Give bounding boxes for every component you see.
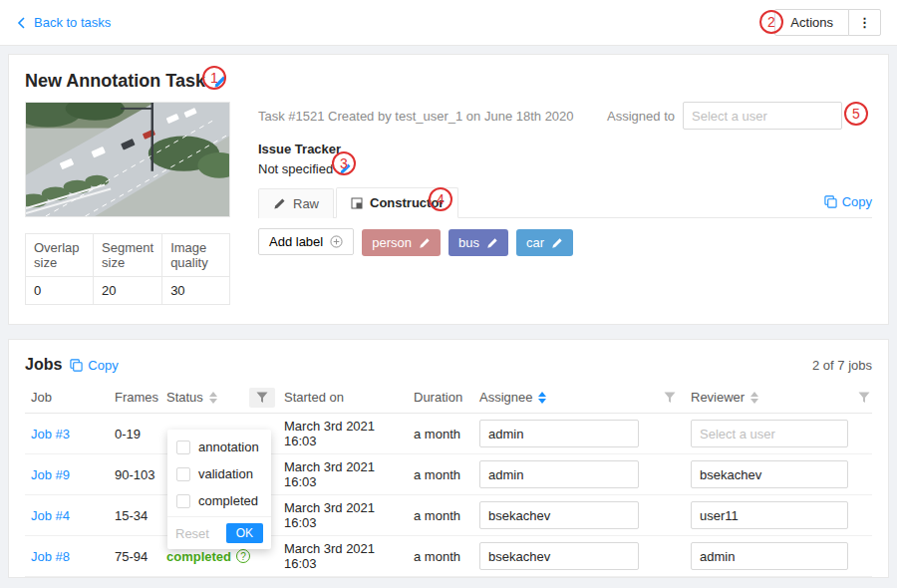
column-header-started: Started on xyxy=(278,390,408,405)
job-link[interactable]: Job #4 xyxy=(31,508,70,523)
assigned-to-label: Assigned to xyxy=(607,109,675,124)
actions-menu-button[interactable]: ⋮ xyxy=(848,9,881,36)
annotation-circle-3: 3 xyxy=(332,151,356,175)
param-header-segment: Segment size xyxy=(94,234,162,277)
task-meta-text: Task #1521 Created by test_user_1 on Jun… xyxy=(258,109,574,124)
frames-cell: 15-34 xyxy=(109,508,160,523)
caret-down-icon xyxy=(209,399,217,404)
filter-reset-button[interactable]: Reset xyxy=(175,526,209,541)
started-cell: March 3rd 2021 16:03 xyxy=(278,500,408,530)
frames-cell: 75-94 xyxy=(109,549,160,564)
caret-down-icon xyxy=(538,399,546,404)
reviewer-filter-funnel-icon[interactable] xyxy=(858,392,870,404)
filter-option-completed-label: completed xyxy=(198,493,258,508)
jobs-count-label: 2 of 7 jobs xyxy=(812,358,872,373)
reviewer-sort-carets[interactable] xyxy=(750,392,758,404)
tab-raw-label: Raw xyxy=(293,196,319,211)
param-value-segment: 20 xyxy=(94,277,162,305)
caret-down-icon xyxy=(750,399,758,404)
status-filter-funnel-icon[interactable] xyxy=(249,388,275,408)
actions-split-button: Actions ⋮ xyxy=(774,9,881,36)
assignee-input[interactable] xyxy=(479,501,639,529)
assignee-input[interactable] xyxy=(479,542,639,570)
kebab-menu-icon: ⋮ xyxy=(858,15,871,30)
question-circle-icon[interactable]: ? xyxy=(236,549,250,563)
duration-cell: a month xyxy=(408,467,473,482)
job-link[interactable]: Job #9 xyxy=(31,467,70,482)
assignee-input[interactable] xyxy=(479,460,639,488)
jobs-title: Jobs xyxy=(25,356,62,374)
duration-cell: a month xyxy=(408,427,473,441)
edit-label-person-icon[interactable] xyxy=(419,237,431,249)
filter-ok-button[interactable]: OK xyxy=(226,523,263,543)
chevron-left-icon xyxy=(16,17,28,29)
column-header-assignee[interactable]: Assignee xyxy=(473,390,649,405)
started-cell: March 3rd 2021 16:03 xyxy=(278,459,408,489)
assignee-input[interactable] xyxy=(479,420,639,447)
labels-copy-label: Copy xyxy=(842,194,872,209)
reviewer-input[interactable] xyxy=(691,460,848,488)
param-value-quality: 30 xyxy=(162,277,230,305)
jobs-card: Jobs Copy 2 of 7 jobs Job Frames Status … xyxy=(8,339,889,578)
copy-icon xyxy=(824,195,837,208)
column-header-frames: Frames xyxy=(109,390,160,405)
column-header-status[interactable]: Status xyxy=(160,390,240,405)
edit-label-car-icon[interactable] xyxy=(551,237,563,249)
label-chip-person[interactable]: person xyxy=(362,229,441,256)
filter-option-completed[interactable]: completed xyxy=(167,487,271,514)
annotation-circle-5: 5 xyxy=(844,102,868,126)
filter-option-validation[interactable]: validation xyxy=(167,460,271,487)
copy-icon xyxy=(70,359,83,372)
assignee-sort-carets[interactable] xyxy=(538,392,546,404)
assignee-filter-funnel-icon[interactable] xyxy=(664,392,676,404)
task-details-card: New Annotation Task xyxy=(8,54,889,325)
job-link[interactable]: Job #8 xyxy=(31,549,70,564)
started-cell: March 3rd 2021 16:03 xyxy=(278,541,408,571)
param-header-quality: Image quality xyxy=(162,234,230,277)
status-sort-carets[interactable] xyxy=(209,392,217,404)
column-header-assignee-label: Assignee xyxy=(479,390,532,405)
label-chip-car[interactable]: car xyxy=(516,229,573,256)
labels-copy-link[interactable]: Copy xyxy=(824,194,872,217)
reviewer-input[interactable] xyxy=(691,420,848,447)
annotation-circle-4: 4 xyxy=(429,187,452,211)
task-title: New Annotation Task xyxy=(25,71,205,92)
actions-button[interactable]: Actions xyxy=(774,9,849,36)
caret-up-icon xyxy=(750,392,758,397)
caret-up-icon xyxy=(538,392,546,397)
column-header-job: Job xyxy=(25,390,109,405)
task-preview-image xyxy=(25,102,230,217)
reviewer-input[interactable] xyxy=(691,542,848,570)
filter-option-annotation[interactable]: annotation xyxy=(167,434,271,460)
checkbox-annotation[interactable] xyxy=(176,441,190,454)
checkbox-completed[interactable] xyxy=(176,494,190,508)
checkbox-validation[interactable] xyxy=(176,467,190,481)
annotation-circle-1: 1 xyxy=(202,66,226,90)
labels-constructor-panel: Add label person bus xyxy=(258,218,872,308)
status-filter-dropdown: annotation validation completed Reset OK xyxy=(167,430,271,549)
job-link[interactable]: Job #3 xyxy=(31,427,70,441)
label-chip-bus[interactable]: bus xyxy=(448,229,508,256)
add-label-button[interactable]: Add label xyxy=(258,228,354,255)
annotation-circle-2: 2 xyxy=(759,10,783,34)
jobs-table-header: Job Frames Status Started on Duration As… xyxy=(25,382,872,414)
status-completed-label: completed xyxy=(166,549,231,564)
column-header-reviewer[interactable]: Reviewer xyxy=(685,390,850,405)
column-header-reviewer-label: Reviewer xyxy=(691,390,745,405)
duration-cell: a month xyxy=(408,549,473,564)
job-row: Job #3 0-19 March 3rd 2021 16:03 a month xyxy=(25,414,872,454)
label-chip-person-name: person xyxy=(372,235,412,250)
param-header-overlap: Overlap size xyxy=(26,234,94,277)
frames-cell: 90-103 xyxy=(109,467,160,482)
task-assignee-input[interactable] xyxy=(683,102,842,130)
jobs-copy-label: Copy xyxy=(88,358,118,373)
raw-edit-icon xyxy=(273,197,286,210)
plus-circle-icon xyxy=(330,235,343,248)
constructor-icon xyxy=(351,197,363,209)
edit-label-bus-icon[interactable] xyxy=(486,237,498,249)
back-to-tasks-link[interactable]: Back to tasks xyxy=(16,15,111,30)
jobs-copy-link[interactable]: Copy xyxy=(70,358,118,373)
reviewer-input[interactable] xyxy=(691,501,848,529)
add-label-button-label: Add label xyxy=(269,234,323,249)
tab-raw[interactable]: Raw xyxy=(258,188,334,218)
